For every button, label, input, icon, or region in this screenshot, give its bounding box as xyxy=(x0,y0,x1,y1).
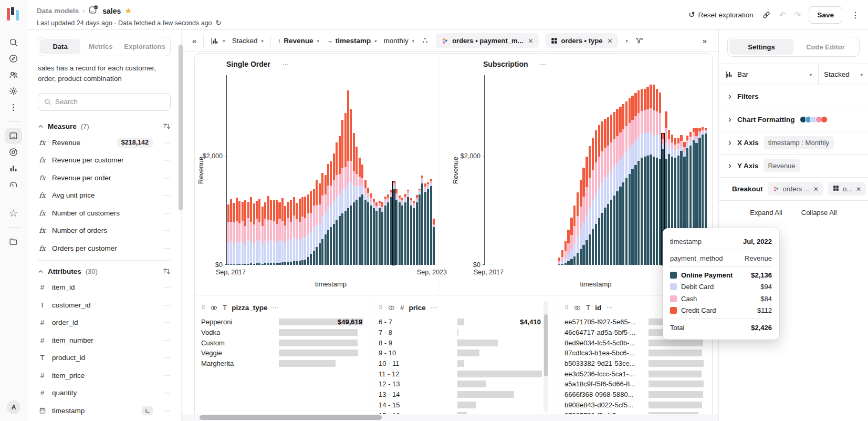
more-options-icon[interactable] xyxy=(5,99,22,116)
chart-bar[interactable] xyxy=(247,202,249,265)
column-menu-icon[interactable]: ⋯ xyxy=(273,304,279,311)
users-icon[interactable] xyxy=(5,67,22,83)
bar-chart-icon[interactable] xyxy=(5,160,22,177)
redo-icon[interactable]: ↷ xyxy=(794,10,801,20)
field-menu-icon[interactable]: ⋯ xyxy=(163,301,171,309)
chart-bar[interactable] xyxy=(401,198,403,265)
field-menu-icon[interactable]: ⋯ xyxy=(163,244,171,252)
chart-bar[interactable] xyxy=(399,196,401,265)
table-row[interactable]: 7 - 8 xyxy=(379,327,542,338)
chart-bar[interactable] xyxy=(613,112,615,265)
measure-item[interactable]: fxOrders per customer⋯ xyxy=(38,240,171,258)
x-axis-field-chip[interactable]: timestamp : Monthly xyxy=(764,136,834,149)
chart-bar[interactable] xyxy=(293,197,295,265)
table-row[interactable]: 12 - 13 xyxy=(379,379,542,389)
chart-bar[interactable] xyxy=(262,207,264,265)
field-menu-icon[interactable]: ⋯ xyxy=(163,372,171,379)
chart-bar[interactable] xyxy=(610,115,612,265)
column-menu-icon[interactable]: ⋯ xyxy=(606,304,613,311)
field-menu-icon[interactable]: ⋯ xyxy=(163,156,171,164)
chart-bar[interactable] xyxy=(421,176,423,265)
section-chart-formatting[interactable]: Chart Formatting xyxy=(719,108,868,131)
chart-bar[interactable] xyxy=(281,198,284,265)
chart-bar[interactable] xyxy=(384,197,386,265)
reset-exploration-button[interactable]: ↺ Reset exploration xyxy=(688,10,754,19)
measure-item[interactable]: fxAvg unit price⋯ xyxy=(38,187,171,204)
chart-bar[interactable] xyxy=(296,203,298,265)
chart-bar[interactable] xyxy=(287,202,289,265)
chart-bar[interactable] xyxy=(347,90,349,265)
measure-item[interactable]: fxNumber of customers⋯ xyxy=(38,204,171,222)
tab-data[interactable]: Data xyxy=(40,39,80,54)
chart-bar[interactable] xyxy=(230,199,232,265)
chart-bar[interactable] xyxy=(637,90,640,265)
chart-bar[interactable] xyxy=(650,85,652,265)
sort-icon[interactable] xyxy=(163,268,171,275)
chart-bar[interactable] xyxy=(573,206,576,265)
add-filter-icon[interactable] xyxy=(635,36,644,45)
table-row[interactable]: Custom xyxy=(201,337,363,348)
chart-bar[interactable] xyxy=(407,190,409,265)
gauge-icon[interactable] xyxy=(5,177,22,193)
chart-bar[interactable] xyxy=(336,142,338,265)
price-column-scrollbar[interactable] xyxy=(543,301,548,412)
stack-mode-dropdown[interactable]: Stacked▾ xyxy=(232,37,264,45)
chart-bar[interactable] xyxy=(404,194,406,265)
chart-bar[interactable] xyxy=(558,258,560,265)
save-button[interactable]: Save xyxy=(809,6,842,24)
chart-bar[interactable] xyxy=(276,200,278,265)
chart-bar[interactable] xyxy=(387,194,389,265)
chart-bar[interactable] xyxy=(379,201,381,265)
folder-icon[interactable] xyxy=(5,233,22,250)
chart-bar[interactable] xyxy=(355,147,358,265)
chart-bar[interactable] xyxy=(659,93,661,265)
chart-bar[interactable] xyxy=(373,199,375,265)
chart-bar[interactable] xyxy=(595,130,597,265)
table-row[interactable]: 6 - 7$4,410 xyxy=(379,317,542,327)
chart-bar[interactable] xyxy=(325,175,327,265)
chart-bar[interactable] xyxy=(310,191,312,265)
table-row[interactable]: ee3d5236-fccc-5ca1-... xyxy=(564,368,704,379)
chart-bar[interactable] xyxy=(227,204,229,265)
table-row[interactable]: b908e843-d022-5cf5... xyxy=(564,400,704,410)
search-input[interactable] xyxy=(55,98,165,106)
chart-bar[interactable] xyxy=(284,206,286,265)
chart-bar[interactable] xyxy=(395,189,398,265)
table-row[interactable]: 9 - 10 xyxy=(379,348,542,358)
chart-bar[interactable] xyxy=(641,89,643,265)
chart-bar[interactable] xyxy=(381,202,383,265)
chart-bar[interactable] xyxy=(580,180,582,265)
tab-explorations[interactable]: Explorations xyxy=(121,39,169,54)
collapse-panel-icon[interactable]: « xyxy=(192,36,196,45)
chart-bar[interactable] xyxy=(307,194,309,265)
remove-chip-icon[interactable]: ✕ xyxy=(527,37,533,45)
table-row[interactable]: Veggie xyxy=(201,348,363,358)
chart-bar[interactable] xyxy=(367,188,369,265)
workbook-icon-active[interactable] xyxy=(5,128,22,144)
chart-bar[interactable] xyxy=(433,219,435,265)
chart-bar[interactable] xyxy=(413,201,415,265)
field-menu-icon[interactable]: ⋯ xyxy=(163,389,171,397)
app-logo[interactable] xyxy=(7,7,20,20)
chart-bar[interactable] xyxy=(353,133,355,265)
chart-bar[interactable] xyxy=(327,164,329,265)
chart-bar[interactable] xyxy=(634,93,636,265)
table-row[interactable]: 14 - 15 xyxy=(379,400,542,410)
gear-icon[interactable] xyxy=(5,83,22,99)
chart-bar[interactable] xyxy=(330,161,332,265)
facet-chip-type[interactable]: orders • type ✕ xyxy=(546,33,618,48)
chart-menu-icon[interactable]: ⋯ xyxy=(540,60,547,68)
chart-bar[interactable] xyxy=(273,200,275,265)
table-row[interactable]: Vodka xyxy=(201,327,363,338)
field-menu-icon[interactable]: ⋯ xyxy=(163,209,171,217)
chart-bar[interactable] xyxy=(313,189,315,265)
chart-bar[interactable] xyxy=(567,230,569,265)
table-row[interactable]: 11 - 12 xyxy=(379,368,542,379)
chart-bar[interactable] xyxy=(319,183,321,265)
chart-bar[interactable] xyxy=(350,109,352,265)
chart-bar[interactable] xyxy=(644,89,646,265)
chart-bar[interactable] xyxy=(656,89,658,265)
field-menu-icon[interactable]: ⋯ xyxy=(163,191,171,199)
field-menu-icon[interactable]: ⋯ xyxy=(163,139,171,147)
chart-bar[interactable] xyxy=(242,202,244,265)
